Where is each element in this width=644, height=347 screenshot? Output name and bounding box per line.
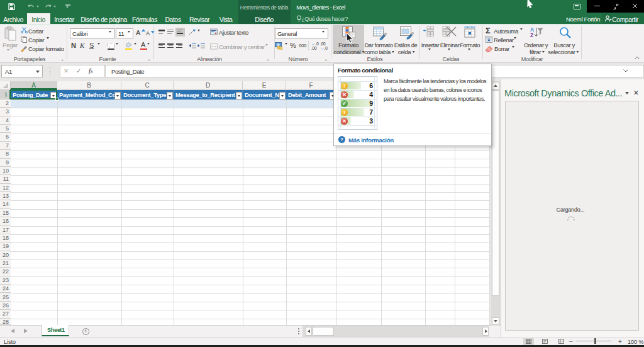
svg-text:Z: Z: [530, 32, 533, 38]
